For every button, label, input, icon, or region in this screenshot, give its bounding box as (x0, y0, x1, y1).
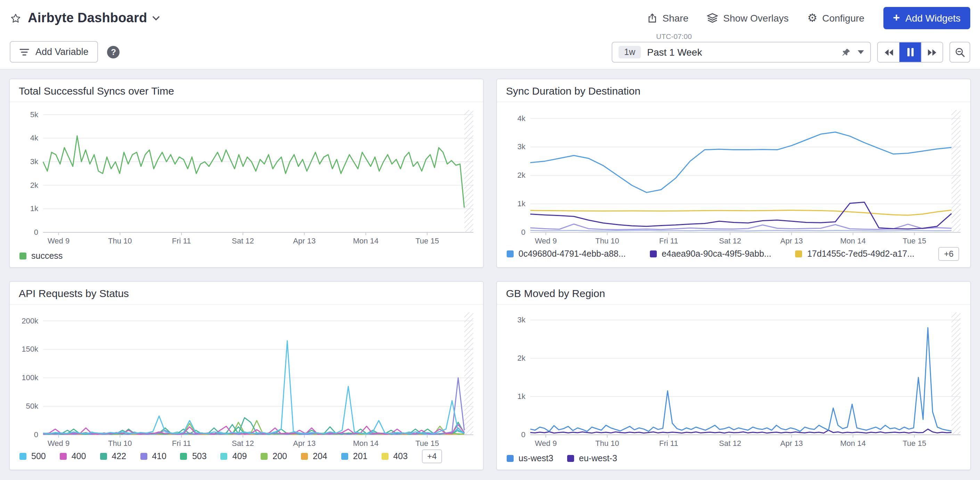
legend-more-badge[interactable]: +6 (939, 247, 959, 261)
timezone-label: UTC-07:00 (612, 32, 970, 42)
configure-button[interactable]: ⚙ Configure (807, 13, 864, 24)
svg-text:200k: 200k (22, 317, 38, 325)
legend-label: 409 (232, 451, 247, 461)
time-backward-button[interactable] (878, 42, 899, 62)
svg-text:1k: 1k (517, 392, 526, 401)
chart-canvas[interactable]: 01k2k3k4kWed 9Thu 10Fri 11Sat 12Apr 13Mo… (500, 104, 966, 244)
legend-label: 410 (152, 451, 167, 461)
svg-text:0: 0 (521, 228, 525, 236)
show-overlays-button[interactable]: Show Overlays (707, 13, 789, 24)
svg-text:Mon 14: Mon 14 (353, 236, 379, 245)
legend-item[interactable]: 17d1455c-7ed5-49d2-a17... (795, 249, 915, 259)
svg-text:0: 0 (34, 228, 38, 236)
legend-item[interactable]: e4aea90a-90ca-49f5-9abb... (650, 249, 772, 259)
chart-canvas[interactable]: 01k2k3kWed 9Thu 10Fri 11Sat 12Apr 13Mon … (500, 307, 966, 450)
widget-title: Total Successful Syncs over Time (10, 79, 483, 102)
time-nav-group (877, 42, 943, 62)
gear-icon: ⚙ (807, 13, 817, 24)
help-icon[interactable]: ? (107, 46, 120, 59)
header-toolbar-row: Add Variable ? UTC-07:00 1w Past 1 Week (10, 32, 970, 62)
svg-text:Thu 10: Thu 10 (595, 439, 619, 448)
legend-swatch (19, 252, 26, 260)
configure-label: Configure (822, 13, 864, 24)
svg-text:Apr 13: Apr 13 (293, 236, 315, 245)
legend-item[interactable]: 201 (341, 451, 368, 461)
time-forward-button[interactable] (921, 42, 942, 62)
favorite-star-icon[interactable] (10, 12, 22, 24)
legend-item[interactable]: success (19, 251, 62, 261)
legend-item[interactable]: 403 (381, 451, 408, 461)
svg-text:Mon 14: Mon 14 (353, 439, 379, 448)
svg-text:Fri 11: Fri 11 (172, 236, 191, 245)
time-control-row: 1w Past 1 Week (612, 42, 970, 62)
legend-swatch (301, 453, 308, 460)
legend-swatch (261, 453, 267, 460)
widgets-grid: Total Successful Syncs over Time 01k2k3k… (0, 70, 980, 480)
legend-item[interactable]: us-west3 (507, 454, 553, 463)
svg-text:50k: 50k (26, 402, 38, 410)
share-button[interactable]: Share (647, 13, 689, 24)
page-root: Airbyte Dashboard Share Show Overlays ⚙ … (0, 0, 980, 480)
legend-swatch (221, 453, 228, 460)
legend-swatch (140, 453, 147, 460)
legend-item[interactable]: 409 (221, 451, 247, 461)
svg-text:Fri 11: Fri 11 (659, 439, 678, 448)
svg-text:Sat 12: Sat 12 (232, 236, 254, 245)
legend-swatch (180, 453, 187, 460)
legend-swatch (19, 453, 26, 460)
svg-text:2k: 2k (517, 354, 526, 362)
svg-text:4k: 4k (30, 134, 38, 142)
dashboard-title[interactable]: Airbyte Dashboard (28, 10, 147, 26)
share-icon (647, 13, 657, 23)
caret-down-icon[interactable] (858, 50, 864, 54)
svg-text:Sat 12: Sat 12 (719, 236, 741, 245)
title-chevron-down-icon[interactable] (152, 15, 159, 21)
svg-text:4k: 4k (517, 114, 526, 123)
legend-item[interactable]: 400 (60, 451, 86, 461)
legend-more-badge[interactable]: +4 (422, 450, 442, 463)
svg-text:Sat 12: Sat 12 (232, 439, 254, 448)
show-overlays-label: Show Overlays (723, 13, 789, 24)
legend-label: 503 (192, 451, 207, 461)
double-chevron-left-icon (883, 48, 894, 56)
svg-text:Thu 10: Thu 10 (108, 439, 132, 448)
pause-icon (907, 48, 914, 56)
zoom-out-button[interactable] (950, 42, 970, 62)
add-variable-button[interactable]: Add Variable (10, 41, 99, 62)
add-variable-label: Add Variable (35, 46, 89, 57)
legend-item[interactable]: 0c49680d-4791-4ebb-a88... (507, 249, 626, 259)
legend-item[interactable]: 500 (19, 451, 46, 461)
svg-text:5k: 5k (30, 110, 38, 119)
filter-icon (19, 48, 29, 56)
svg-text:Thu 10: Thu 10 (108, 236, 132, 245)
svg-text:Wed 9: Wed 9 (535, 439, 557, 448)
legend-swatch (60, 453, 67, 460)
chart-canvas[interactable]: 050k100k150k200kWed 9Thu 10Fri 11Sat 12A… (13, 307, 479, 446)
svg-text:Tue 15: Tue 15 (415, 439, 439, 448)
legend-swatch (507, 250, 514, 257)
widget-title: Sync Duration by Destination (497, 79, 970, 102)
legend-item[interactable]: eu-west-3 (567, 454, 617, 463)
svg-text:Mon 14: Mon 14 (840, 236, 865, 245)
add-widgets-button[interactable]: + Add Widgets (883, 7, 970, 29)
svg-text:Fri 11: Fri 11 (659, 236, 678, 245)
pin-icon[interactable] (842, 48, 851, 57)
legend-item[interactable]: 200 (261, 451, 287, 461)
legend-label: 200 (272, 451, 287, 461)
time-controls: UTC-07:00 1w Past 1 Week (612, 32, 970, 62)
legend-label: 201 (353, 451, 368, 461)
legend-item[interactable]: 204 (301, 451, 327, 461)
widget-api-requests-by-status: API Requests by Status 050k100k150k200kW… (9, 281, 484, 470)
widget-title: GB Moved by Region (497, 282, 970, 305)
legend-item[interactable]: 503 (180, 451, 207, 461)
chart-canvas[interactable]: 01k2k3k4k5kWed 9Thu 10Fri 11Sat 12Apr 13… (13, 104, 479, 248)
time-range-selector[interactable]: 1w Past 1 Week (612, 42, 871, 62)
legend-item[interactable]: 422 (100, 451, 126, 461)
svg-text:1k: 1k (30, 204, 38, 213)
dashboard-header: Airbyte Dashboard Share Show Overlays ⚙ … (0, 0, 980, 70)
widget-gb-moved-by-region: GB Moved by Region 01k2k3kWed 9Thu 10Fri… (496, 281, 971, 470)
pause-button[interactable] (899, 42, 921, 62)
svg-text:Apr 13: Apr 13 (780, 439, 803, 448)
legend-item[interactable]: 410 (140, 451, 167, 461)
range-shortcut-badge[interactable]: 1w (619, 46, 641, 59)
